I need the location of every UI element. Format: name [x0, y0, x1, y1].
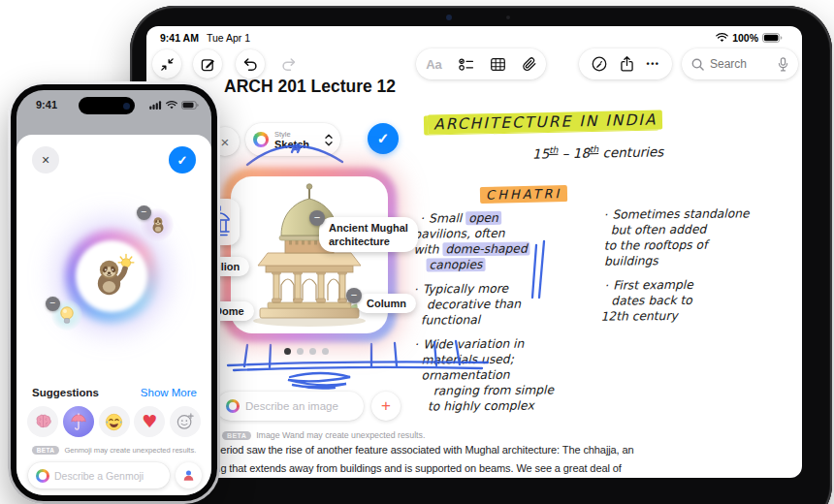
- iphone-time: 9:41: [36, 99, 57, 110]
- heart-emoji: ♥: [142, 413, 157, 430]
- remove-ingredient-button[interactable]: −: [46, 297, 60, 311]
- battery-icon: [181, 101, 199, 110]
- remove-ingredient-button[interactable]: −: [137, 205, 151, 220]
- generated-genmoji-sloth-lightbulb: [87, 252, 136, 304]
- ipad-sensor: [506, 16, 510, 19]
- add-emoji-icon: [176, 413, 194, 430]
- add-image-source-button[interactable]: +: [371, 392, 401, 421]
- suggestion-umbrella-selected[interactable]: [63, 406, 94, 437]
- marketing-hero: 9:41 AMTue Apr 1 100%: [0, 0, 834, 504]
- remove-tag-button[interactable]: −: [309, 210, 325, 226]
- genmoji-beta-note: BETA Genmoji may create unexpected resul…: [16, 446, 211, 455]
- intelligence-swirl-icon: [226, 399, 240, 413]
- remove-tag-button[interactable]: −: [346, 288, 362, 303]
- brain-emoji: [34, 414, 52, 429]
- genmoji-prompt-field[interactable]: [28, 462, 170, 488]
- beta-badge: BETA: [32, 446, 60, 455]
- suggestions-label: Suggestions: [32, 387, 99, 398]
- genmoji-close-button[interactable]: ×: [32, 146, 59, 173]
- sloth-emoji: [147, 214, 169, 239]
- suggestion-laughing[interactable]: [99, 406, 130, 437]
- laughing-tears-emoji: [105, 413, 123, 431]
- front-camera: [123, 103, 130, 110]
- close-icon: ×: [42, 152, 49, 168]
- ipad-device: 9:41 AMTue Apr 1 100%: [130, 6, 832, 504]
- wifi-icon: [166, 101, 177, 110]
- image-wand-prompt-field[interactable]: [216, 392, 364, 421]
- suggestion-heart[interactable]: ♥: [134, 406, 165, 437]
- tag-ancient-mughal[interactable]: Ancient Mughal architecture: [319, 217, 418, 252]
- person-genmoji-button[interactable]: [176, 462, 202, 488]
- suggestion-row: ♥: [27, 406, 201, 437]
- ipad-screen: 9:41 AMTue Apr 1 100%: [146, 26, 802, 478]
- suggestion-brain[interactable]: [27, 406, 58, 437]
- intelligence-swirl-icon: [36, 469, 49, 483]
- beta-text: Genmoji may create unexpected results.: [64, 446, 196, 455]
- plus-icon: +: [381, 396, 391, 416]
- beta-badge: BETA: [222, 431, 251, 440]
- iphone-status-icons: [149, 101, 199, 110]
- describe-genmoji-input[interactable]: [54, 470, 162, 482]
- cellular-icon: [149, 101, 162, 110]
- beta-text: Image Wand may create unexpected results…: [256, 430, 425, 440]
- iphone-screen: 9:41 × ✓: [16, 90, 211, 495]
- image-pager-dots[interactable]: [284, 348, 329, 355]
- umbrella-emoji: [70, 413, 87, 431]
- tag-column[interactable]: Column: [357, 294, 416, 313]
- lightbulb-emoji: [58, 305, 76, 329]
- describe-image-input[interactable]: [245, 400, 354, 412]
- genmoji-accept-button[interactable]: ✓: [169, 146, 196, 173]
- show-more-link[interactable]: Show More: [141, 387, 197, 398]
- iphone-device: 9:41 × ✓: [8, 81, 220, 504]
- add-emoji-button[interactable]: [170, 406, 201, 437]
- dynamic-island: [79, 97, 135, 114]
- person-icon: [182, 469, 195, 482]
- checkmark-icon: ✓: [177, 153, 188, 168]
- ipad-camera: [446, 15, 452, 20]
- image-wand-beta-note: BETA Image Wand may create unexpected re…: [222, 430, 425, 440]
